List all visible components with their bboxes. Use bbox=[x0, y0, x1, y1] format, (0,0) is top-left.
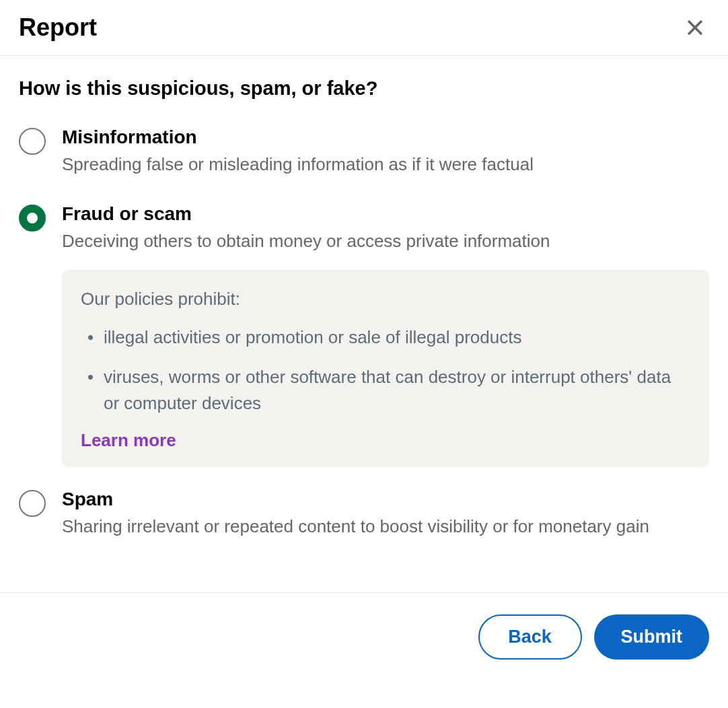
option-content: Fraud or scam Deceiving others to obtain… bbox=[62, 203, 709, 253]
option-fraud-scam[interactable]: Fraud or scam Deceiving others to obtain… bbox=[19, 203, 709, 253]
submit-button[interactable]: Submit bbox=[594, 614, 710, 660]
option-title: Spam bbox=[62, 489, 709, 510]
option-description: Spreading false or misleading informatio… bbox=[62, 152, 709, 176]
learn-more-link[interactable]: Learn more bbox=[81, 430, 176, 450]
report-question: How is this suspicious, spam, or fake? bbox=[19, 77, 709, 100]
option-title: Misinformation bbox=[62, 127, 709, 148]
close-icon bbox=[684, 16, 706, 39]
radio-spam[interactable] bbox=[19, 490, 46, 517]
option-misinformation[interactable]: Misinformation Spreading false or mislea… bbox=[19, 127, 709, 176]
policy-item: illegal activities or promotion or sale … bbox=[81, 324, 690, 351]
policy-item: viruses, worms or other software that ca… bbox=[81, 364, 690, 417]
option-content: Misinformation Spreading false or mislea… bbox=[62, 127, 709, 176]
policy-list: illegal activities or promotion or sale … bbox=[81, 324, 690, 417]
radio-fraud-scam[interactable] bbox=[19, 205, 46, 232]
modal-title: Report bbox=[19, 13, 97, 42]
radio-misinformation[interactable] bbox=[19, 128, 46, 155]
policy-heading: Our policies prohibit: bbox=[81, 289, 690, 310]
option-description: Sharing irrelevant or repeated content t… bbox=[62, 514, 709, 538]
back-button[interactable]: Back bbox=[478, 614, 582, 660]
option-title: Fraud or scam bbox=[62, 203, 709, 225]
option-description: Deceiving others to obtain money or acce… bbox=[62, 229, 709, 253]
option-spam[interactable]: Spam Sharing irrelevant or repeated cont… bbox=[19, 489, 709, 538]
modal-header: Report bbox=[0, 0, 728, 56]
option-content: Spam Sharing irrelevant or repeated cont… bbox=[62, 489, 709, 538]
policy-box: Our policies prohibit: illegal activitie… bbox=[62, 270, 709, 467]
modal-body: How is this suspicious, spam, or fake? M… bbox=[0, 56, 728, 592]
modal-footer: Back Submit bbox=[0, 592, 728, 669]
close-button[interactable] bbox=[681, 13, 709, 42]
